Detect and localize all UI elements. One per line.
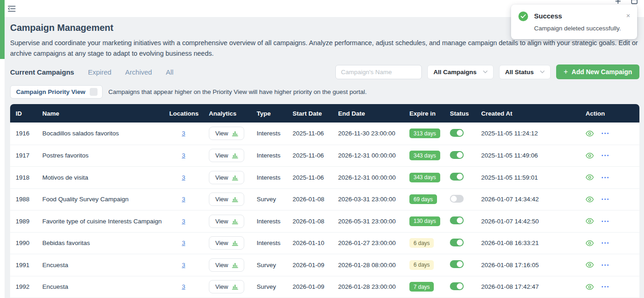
column-header: Type [251,110,287,117]
search-input[interactable] [335,65,422,79]
add-button-label: Add New Campaign [572,68,632,76]
more-actions-icon[interactable] [602,177,609,178]
expire-badge: 343 days [409,173,440,182]
toggle-knob [457,240,463,245]
locations-link[interactable]: 3 [182,240,185,246]
status-filter-select[interactable]: All Status [499,65,551,79]
row-id: 1991 [16,262,29,269]
toggle-knob [457,217,463,223]
tab-current-campaigns[interactable]: Current Campaigns [10,68,74,76]
locations-link[interactable]: 3 [182,218,185,225]
bar-chart-icon [232,262,238,268]
view-analytics-button[interactable]: View [209,215,244,228]
status-toggle[interactable] [450,151,464,159]
expire-badge: 69 days [409,194,437,204]
created-at: 2026-01-08 16:33:21 [481,240,539,246]
campaign-name: Motivos de visita [42,174,88,181]
view-analytics-button[interactable]: View [209,236,244,250]
row-id: 1989 [16,218,29,225]
preview-eye-icon[interactable] [586,196,594,203]
status-toggle[interactable] [450,173,464,181]
table-row: 1916 Bocadillos salados favoritos 3 View… [10,123,639,145]
status-toggle[interactable] [450,282,464,290]
end-date: 2026-12-31 00:00:00 [338,174,396,181]
view-analytics-button[interactable]: View [209,149,244,162]
sidebar-active-indicator [0,0,5,59]
locations-link[interactable]: 3 [182,152,185,159]
status-toggle[interactable] [450,239,464,246]
preview-eye-icon[interactable] [586,218,594,224]
more-actions-icon[interactable] [602,199,609,200]
view-analytics-button[interactable]: View [209,258,244,272]
preview-eye-icon[interactable] [586,262,594,268]
locations-link[interactable]: 3 [182,174,185,181]
plus-icon[interactable] [615,0,621,4]
status-toggle[interactable] [450,195,464,203]
more-actions-icon[interactable] [602,133,609,134]
more-actions-icon[interactable] [602,155,609,156]
campaign-name: Bocadillos salados favoritos [42,130,119,137]
toggle-knob [451,196,457,202]
preview-eye-icon[interactable] [586,174,594,181]
view-analytics-button[interactable]: View [209,193,244,206]
column-header: Locations [164,110,203,117]
more-actions-icon[interactable] [602,264,609,266]
table-row: 1991 Encuesta 3 View Survey 2026-01-09 2… [10,254,639,276]
bar-chart-icon [232,152,238,158]
locations-link[interactable]: 3 [182,283,185,290]
view-analytics-button[interactable]: View [209,280,244,293]
add-new-campaign-button[interactable]: + Add New Campaign [556,64,639,79]
campaign-name: Postres favoritos [42,152,89,159]
success-toast: Success Campaign deleted successfully. × [511,5,637,39]
main-content: Campaign Management Supervise and coordi… [0,17,644,298]
end-date: 2026-12-31 00:00:00 [338,152,396,159]
status-toggle[interactable] [450,129,464,137]
tab-archived[interactable]: Archived [125,68,152,76]
toast-close-icon[interactable]: × [626,12,630,19]
campaign-priority-view-pill[interactable]: Campaign Priority View [10,85,103,99]
column-header: Expire in [404,110,444,117]
campaigns-table: IDNameLocationsAnalyticsTypeStart DateEn… [10,104,639,298]
end-date: 2026-01-27 23:00:00 [338,240,396,246]
created-at: 2026-01-08 17:16:05 [481,262,539,269]
row-id: 1916 [16,130,29,137]
end-date: 2026-03-31 23:00:00 [338,196,396,203]
view-analytics-button[interactable]: View [209,171,244,184]
column-header: Name [37,110,164,117]
campaign-name: Bebidas favoritas [42,240,90,246]
more-actions-icon[interactable] [602,221,609,222]
campaigns-filter-select[interactable]: All Campaigns [427,65,494,79]
filter-bar: All Campaigns All Status + Add New Campa… [335,64,639,79]
preview-eye-icon[interactable] [586,152,594,159]
start-date: 2026-01-09 [293,262,324,269]
menu-fold-icon[interactable] [8,6,16,12]
tab-all[interactable]: All [166,68,173,76]
view-button-label: View [215,174,228,181]
preview-eye-icon[interactable] [586,284,594,290]
campaign-name: Encuesta [42,283,68,290]
row-id: 1917 [16,152,29,159]
bar-chart-icon [232,218,238,224]
start-date: 2026-01-08 [293,218,324,225]
locations-link[interactable]: 3 [182,130,185,137]
locations-link[interactable]: 3 [182,196,185,203]
status-toggle[interactable] [450,216,464,224]
table-row: 1989 Favorite type of cuisine Interests … [10,210,639,232]
view-analytics-button[interactable]: View [209,127,244,140]
more-actions-icon[interactable] [602,242,609,244]
briefcase-icon[interactable] [631,0,638,4]
table-row: 1990 Bebidas favoritas 3 View Interests … [10,232,639,254]
row-id: 1988 [16,196,29,203]
preview-eye-icon[interactable] [586,240,594,246]
column-header: Action [580,110,639,117]
more-actions-icon[interactable] [602,286,609,287]
tab-expired[interactable]: Expired [88,68,111,76]
priority-view-toggle[interactable] [90,88,98,96]
preview-eye-icon[interactable] [586,130,594,137]
expire-badge: 6 days [409,260,434,270]
start-date: 2025-11-06 [293,130,324,137]
chevron-down-icon [540,70,545,73]
locations-link[interactable]: 3 [182,262,185,269]
status-toggle[interactable] [450,260,464,268]
view-button-label: View [215,218,228,225]
